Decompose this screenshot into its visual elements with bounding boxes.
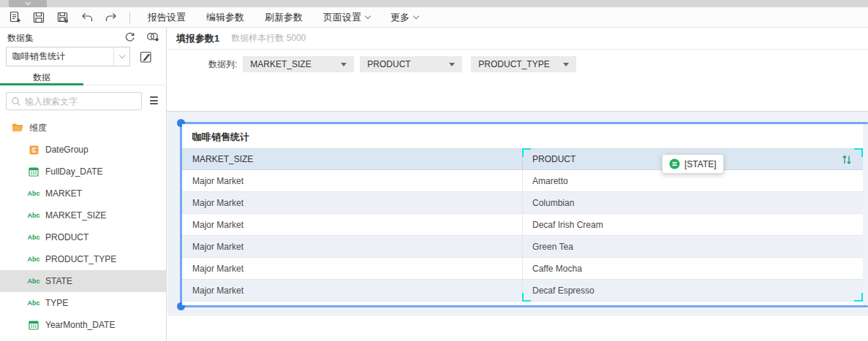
cell-market-size: Major Market (182, 258, 523, 279)
tree-item-label: 维度 (29, 122, 47, 134)
save-as-button[interactable] (53, 9, 72, 26)
column-dropdown-market-size[interactable]: MARKET_SIZE (243, 56, 354, 72)
cell-product: Caffe Mocha (523, 258, 863, 279)
edit-dataset-button[interactable] (137, 48, 154, 64)
tree-item-label: YearMonth_DATE (45, 320, 115, 330)
date-group-icon (28, 144, 39, 156)
redo-icon (105, 11, 118, 24)
chevron-down-icon (413, 13, 419, 19)
main-toolbar: 报告设置 编辑参数 刷新参数 页面设置 更多 (0, 7, 868, 28)
sort-icon[interactable] (841, 153, 853, 168)
tree-item-fullday-date[interactable]: FullDay_DATE (0, 161, 166, 183)
calendar-icon (28, 166, 39, 177)
edit-params-label: 编辑参数 (206, 11, 244, 24)
tree-item-state[interactable]: STATE (0, 270, 166, 292)
page-setup-menu[interactable]: 页面设置 (323, 11, 370, 24)
report-settings-label: 报告设置 (148, 11, 186, 24)
abc-icon (28, 253, 39, 265)
cell-product: Decaf Irish Cream (523, 214, 863, 235)
undo-icon (80, 11, 94, 24)
chevron-down-icon (118, 53, 124, 58)
abc-icon (28, 210, 39, 221)
abc-icon (28, 231, 39, 243)
report-settings-button[interactable]: 报告设置 (148, 11, 186, 24)
header-label: PRODUCT (532, 154, 575, 164)
chevron-down-icon (25, 0, 30, 5)
calendar-icon (28, 319, 39, 331)
data-columns-label: 数据列: (208, 58, 237, 71)
active-tab-underline (0, 83, 83, 85)
cell-product: Green Tea (523, 236, 863, 257)
abc-icon (28, 297, 39, 309)
column-dropdown-product-type[interactable]: PRODUCT_TYPE (471, 56, 576, 72)
search-input[interactable] (25, 96, 127, 107)
dataset-association-icon[interactable] (146, 31, 160, 43)
table-widget[interactable]: 咖啡销售统计 MARKET_SIZE PRODUCT Major Market … (182, 124, 863, 305)
redo-button[interactable] (102, 9, 121, 26)
tree-item-yearmonth-date[interactable]: YearMonth_DATE (0, 314, 166, 336)
refresh-params-button[interactable]: 刷新参数 (265, 11, 303, 24)
cell-market-size: Major Market (182, 214, 523, 235)
folder-icon (12, 122, 23, 134)
save-as-icon (56, 11, 69, 24)
edit-pencil-icon (139, 50, 153, 64)
table-row[interactable]: Major Market Amaretto (182, 170, 863, 192)
drop-target-bracket-bottom-left (522, 293, 531, 302)
dropdown-value: PRODUCT (367, 59, 410, 69)
cell-market-size: Major Market (182, 236, 523, 257)
cell-market-size: Major Market (182, 192, 523, 213)
page-setup-label: 页面设置 (323, 11, 361, 24)
cell-product: Columbian (523, 192, 863, 213)
dragged-field-name: [STATE] (684, 159, 717, 169)
collapse-toolbar-tab[interactable] (9, 0, 47, 7)
refresh-params-label: 刷新参数 (265, 11, 303, 24)
abc-icon (28, 188, 39, 199)
refresh-icon[interactable] (124, 31, 136, 43)
save-button[interactable] (29, 9, 48, 26)
dataset-select[interactable]: 咖啡销售统计 (6, 47, 130, 66)
new-report-button[interactable] (5, 9, 24, 26)
dropdown-arrow-icon (341, 63, 347, 66)
drop-target-bracket-top-right (854, 148, 863, 157)
report-tab-bar: 填报参数1 数据样本行数 5000 (167, 28, 868, 50)
sample-row-count: 数据样本行数 5000 (231, 32, 306, 45)
chevron-down-icon (365, 13, 371, 19)
tab-fill-params[interactable]: 填报参数1 (176, 32, 219, 45)
abc-icon (28, 275, 39, 287)
table-row[interactable]: Major Market Columbian (182, 192, 863, 214)
tree-item-product[interactable]: PRODUCT (0, 226, 166, 248)
undo-button[interactable] (78, 9, 97, 26)
tree-item-market-size[interactable]: MARKET_SIZE (0, 204, 166, 226)
tree-item-market[interactable]: MARKET (0, 183, 166, 204)
cell-market-size: Major Market (182, 170, 523, 191)
tree-item-label: MARKET (45, 188, 82, 199)
drag-field-tooltip: [STATE] (662, 154, 724, 174)
tree-item-product-type[interactable]: PRODUCT_TYPE (0, 248, 166, 270)
dataset-select-caret (113, 47, 129, 66)
tree-item-label: FullDay_DATE (45, 166, 102, 177)
dataset-sidebar: 数据集 咖啡销售统计 数据 (0, 28, 167, 341)
header-cell-market-size[interactable]: MARKET_SIZE (182, 149, 523, 169)
tree-item-type[interactable]: TYPE (0, 292, 166, 314)
report-canvas[interactable]: 咖啡销售统计 MARKET_SIZE PRODUCT Major Market … (167, 112, 868, 316)
more-menu[interactable]: 更多 (390, 11, 418, 24)
drop-target-bracket-top-left (522, 148, 531, 157)
tree-item-label: PRODUCT (45, 232, 88, 242)
table-row[interactable]: Major Market Green Tea (182, 236, 863, 258)
toolbar-divider (129, 12, 130, 23)
dataset-select-value: 咖啡销售统计 (7, 50, 113, 63)
column-dropdown-product[interactable]: PRODUCT (360, 56, 462, 72)
search-icon (11, 96, 21, 107)
field-search-box (6, 92, 142, 110)
sidebar-tabs: 数据 (0, 69, 167, 85)
cell-product: Decaf Espresso (523, 280, 863, 301)
dropdown-arrow-icon (563, 63, 569, 66)
cell-market-size: Major Market (182, 280, 523, 301)
edit-params-button[interactable]: 编辑参数 (206, 11, 244, 24)
drop-target-bracket-bottom-right (854, 293, 863, 302)
table-row[interactable]: Major Market Decaf Irish Cream (182, 214, 863, 236)
table-row[interactable]: Major Market Caffe Mocha (182, 258, 863, 280)
field-list-options-icon[interactable] (150, 96, 158, 106)
tree-item-dimension-folder[interactable]: 维度 (0, 117, 166, 139)
tree-item-dategroup[interactable]: DateGroup (0, 139, 166, 161)
